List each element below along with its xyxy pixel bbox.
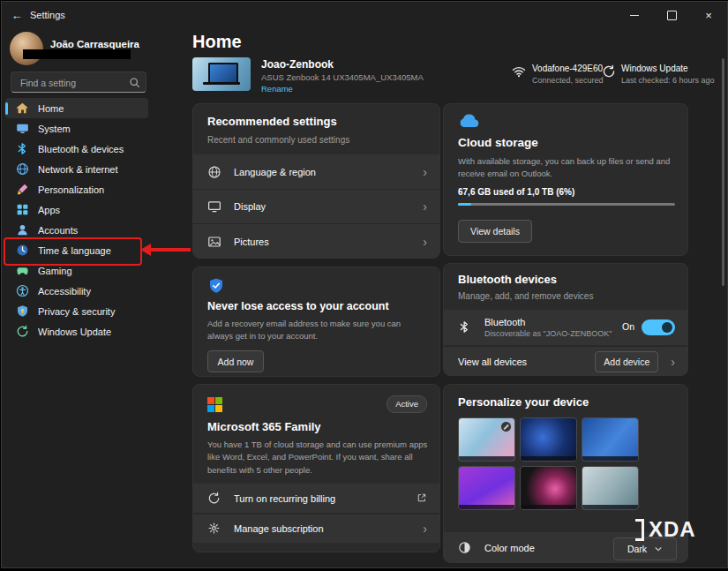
shield-check-icon	[207, 277, 225, 295]
wallpaper-thumbnail-bloom-blue[interactable]	[582, 417, 639, 462]
bluetooth-device-label: Bluetooth	[484, 317, 612, 327]
account-protection-card: Never lose access to your account Add a …	[192, 267, 440, 377]
recommended-item-pictures[interactable]: Pictures ›	[193, 223, 439, 259]
device-image	[192, 57, 251, 91]
toggle-state-label: On	[622, 321, 634, 332]
view-details-button[interactable]: View details	[458, 220, 532, 243]
home-icon	[16, 101, 29, 115]
back-icon: ←	[11, 9, 23, 22]
wallpaper-thumbnail-flower-dark[interactable]	[520, 466, 577, 510]
minimize-button[interactable]	[616, 2, 653, 28]
close-button[interactable]: ×	[690, 2, 727, 28]
personalize-title: Personalize your device	[458, 395, 589, 409]
sidebar-item-system[interactable]: System	[5, 118, 148, 139]
spotlight-badge-icon	[500, 421, 512, 432]
add-now-button[interactable]: Add now	[207, 350, 264, 372]
user-name[interactable]: João Carrasqueira	[50, 39, 139, 49]
manage-subscription-row[interactable]: Manage subscription ›	[193, 514, 439, 543]
search-icon	[129, 77, 140, 88]
cloud-storage-card: Cloud storage With available storage, yo…	[443, 103, 688, 256]
close-icon: ×	[705, 9, 712, 22]
recommended-subtitle: Recent and commonly used settings	[207, 135, 349, 145]
xda-watermark-text: XDA	[649, 517, 696, 542]
view-all-devices-label: View all devices	[458, 357, 527, 367]
view-all-devices-row[interactable]: View all devices Add device ›	[444, 346, 687, 376]
recurring-billing-row[interactable]: Turn on recurring billing	[193, 484, 439, 513]
sidebar-item-network-internet[interactable]: Network & internet	[5, 159, 148, 179]
cloud-icon	[458, 113, 481, 129]
wallpaper-thumbnail-bloom-dark-blue[interactable]	[520, 417, 577, 462]
window-controls: ×	[616, 2, 727, 28]
storage-progress-fill	[458, 203, 471, 206]
wallpaper-thumbnail-abstract-gray[interactable]	[582, 466, 639, 510]
user-avatar[interactable]	[10, 32, 43, 65]
wallpaper-thumbnail-bloom-light[interactable]	[458, 417, 515, 462]
sidebar-nav: Home System Bluetooth & devices Network …	[5, 98, 148, 342]
recommended-item-language-region[interactable]: Language & region ›	[193, 154, 439, 189]
microsoft-365-card: Active Microsoft 365 Family You have 1 T…	[192, 384, 440, 552]
sidebar-item-windows-update[interactable]: Windows Update	[5, 321, 148, 342]
apps-icon	[16, 203, 29, 216]
sidebar-item-home[interactable]: Home	[5, 98, 148, 118]
update-status: Last checked: 6 hours ago	[621, 76, 715, 85]
settings-window: ← Settings × João Carrasqueira Home Syst…	[1, 1, 728, 568]
scrollbar[interactable]	[722, 58, 724, 286]
sidebar-item-time-language[interactable]: Time & language	[5, 240, 148, 260]
sidebar-item-gaming[interactable]: Gaming	[5, 260, 148, 281]
windows-update-icon	[16, 325, 29, 338]
language-region-icon	[207, 165, 221, 179]
bluetooth-icon	[16, 142, 29, 155]
chevron-right-icon: ›	[423, 522, 427, 535]
sidebar-item-apps[interactable]: Apps	[5, 199, 148, 220]
laptop-base	[203, 82, 240, 85]
xda-bracket-icon	[635, 519, 644, 541]
m365-title: Microsoft 365 Family	[207, 420, 321, 433]
bluetooth-toggle[interactable]	[642, 319, 675, 335]
sidebar-item-accessibility[interactable]: Accessibility	[5, 281, 148, 301]
gaming-icon	[16, 264, 29, 277]
sidebar-item-accounts[interactable]: Accounts	[5, 220, 148, 240]
search-box	[11, 71, 146, 93]
chevron-right-icon: ›	[423, 236, 427, 248]
add-device-button[interactable]: Add device	[595, 351, 658, 372]
cloud-title: Cloud storage	[458, 136, 538, 149]
system-icon	[16, 122, 29, 135]
search-input[interactable]	[19, 74, 124, 92]
external-link-icon	[417, 492, 427, 505]
recommended-title: Recommended settings	[207, 115, 337, 128]
storage-usage-text: 67,6 GB used of 1,0 TB (6%)	[458, 187, 574, 197]
account-protection-description: Add a recovery email address to make sur…	[207, 318, 419, 343]
chevron-right-icon: ›	[423, 166, 427, 178]
network-name[interactable]: Vodafone-429E60	[532, 64, 603, 73]
recommended-settings-card: Recommended settings Recent and commonly…	[192, 103, 440, 259]
annotation-arrow-line	[150, 248, 191, 252]
account-protection-title: Never lose access to your account	[207, 300, 389, 312]
redacted-email	[23, 49, 131, 59]
page-title: Home	[192, 32, 242, 52]
bluetooth-title: Bluetooth devices	[458, 273, 557, 286]
microsoft-logo-icon	[207, 397, 222, 412]
recurring-billing-icon	[207, 492, 221, 506]
personalization-icon	[16, 183, 29, 196]
update-title[interactable]: Windows Update	[621, 64, 688, 73]
wallpaper-grid	[458, 417, 648, 510]
bluetooth-discoverable-text: Discoverable as "JOAO-ZENBOOK"	[484, 329, 612, 338]
wallpaper-thumbnail-gradient-purple[interactable]	[458, 466, 515, 510]
sidebar: João Carrasqueira Home System Bluetooth …	[2, 28, 189, 567]
sidebar-item-privacy-security[interactable]: Privacy & security	[5, 301, 148, 321]
windows-update-status-icon	[602, 64, 616, 79]
manage-subscription-icon	[207, 522, 221, 536]
bluetooth-subtitle: Manage, add, and remove devices	[458, 291, 593, 301]
m365-description: You have 1 TB of cloud storage and can u…	[207, 439, 428, 477]
back-button[interactable]: ←	[7, 5, 26, 25]
recommended-item-display[interactable]: Display ›	[193, 189, 439, 223]
sidebar-item-bluetooth-devices[interactable]: Bluetooth & devices	[5, 139, 148, 159]
maximize-button[interactable]	[653, 2, 690, 28]
wifi-icon	[512, 64, 526, 79]
accounts-icon	[16, 223, 29, 237]
pictures-icon	[207, 235, 221, 249]
device-name: Joao-Zenbook	[261, 58, 334, 71]
sidebar-item-personalization[interactable]: Personalization	[5, 179, 148, 199]
rename-link[interactable]: Rename	[261, 84, 293, 94]
bluetooth-devices-card: Bluetooth devices Manage, add, and remov…	[443, 263, 688, 376]
